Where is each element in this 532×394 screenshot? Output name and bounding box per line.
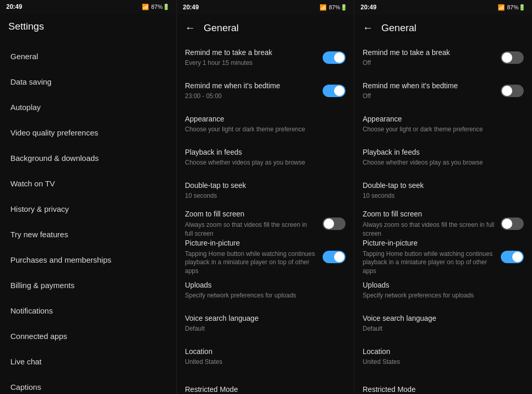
remind-break-mid[interactable]: Remind me to take a break Every 1 hour 1… — [177, 41, 354, 74]
location-mid[interactable]: Location United States — [177, 340, 354, 373]
voice-search-mid[interactable]: Voice search language Default — [177, 307, 354, 340]
zoom-fill-toggle-mid[interactable] — [323, 218, 345, 230]
sidebar-item-video-quality[interactable]: Video quality preferences — [0, 120, 176, 145]
general-title-mid: General — [204, 22, 239, 34]
general-panel-middle: 20:49 📶 87%🔋 ← General Remind me to take… — [177, 0, 354, 394]
status-bar-left: 20:49 📶 87%🔋 — [0, 0, 176, 13]
restricted-mode-right[interactable]: Restricted Mode — [354, 373, 532, 394]
status-bar-mid: 20:49 📶 87%🔋 — [177, 0, 354, 15]
playback-feeds-right[interactable]: Playback in feeds Choose whether videos … — [354, 141, 532, 174]
remind-bedtime-mid[interactable]: Remind me when it's bedtime 23:00 - 05:0… — [177, 74, 354, 107]
sidebar-item-try-features[interactable]: Try new features — [0, 222, 176, 247]
battery-icon: 87%🔋 — [151, 4, 170, 10]
sidebar-item-general[interactable]: General — [0, 44, 176, 69]
sidebar-item-history[interactable]: History & privacy — [0, 196, 176, 222]
remind-bedtime-toggle-right[interactable] — [501, 85, 524, 97]
wifi-icon-mid: 📶 — [320, 4, 327, 11]
sidebar-item-live-chat[interactable]: Live chat — [0, 349, 176, 374]
location-right[interactable]: Location United States — [354, 340, 532, 373]
general-list-right: Remind me to take a break Off Remind me … — [354, 41, 532, 394]
uploads-right[interactable]: Uploads Specify network preferences for … — [354, 274, 532, 307]
voice-search-right[interactable]: Voice search language Default — [354, 307, 532, 340]
double-tap-right[interactable]: Double-tap to seek 10 seconds — [354, 174, 532, 207]
status-bar-right: 20:49 📶 87%🔋 — [354, 0, 532, 15]
remind-bedtime-right[interactable]: Remind me when it's bedtime Off — [354, 74, 532, 107]
general-title-right: General — [381, 22, 417, 34]
status-icons-mid: 📶 87%🔋 — [320, 4, 348, 11]
time-left: 20:49 — [6, 3, 22, 10]
sidebar-item-billing[interactable]: Billing & payments — [0, 273, 176, 298]
general-header-right: ← General — [354, 15, 532, 41]
restricted-mode-mid[interactable]: Restricted Mode — [177, 373, 354, 394]
playback-feeds-mid[interactable]: Playback in feeds Choose whether videos … — [177, 141, 354, 174]
zoom-fill-right[interactable]: Zoom to fill screen Always zoom so that … — [354, 207, 532, 240]
pip-right[interactable]: Picture-in-picture Tapping Home button w… — [354, 240, 532, 274]
sidebar-item-connected-apps[interactable]: Connected apps — [0, 323, 176, 349]
wifi-icon: 📶 — [142, 4, 149, 10]
sidebar-item-purchases[interactable]: Purchases and memberships — [0, 247, 176, 273]
battery-icon-right: 87%🔋 — [507, 4, 526, 11]
time-right: 20:49 — [361, 4, 377, 11]
settings-title: Settings — [8, 21, 44, 32]
settings-header: Settings — [0, 13, 176, 39]
sidebar-item-captions[interactable]: Captions — [0, 374, 176, 394]
status-icons-right: 📶 87%🔋 — [498, 4, 526, 11]
back-arrow-mid[interactable]: ← — [185, 22, 195, 34]
zoom-fill-toggle-right[interactable] — [501, 218, 524, 230]
sidebar-item-background[interactable]: Background & downloads — [0, 145, 176, 171]
remind-break-right[interactable]: Remind me to take a break Off — [354, 41, 532, 74]
zoom-fill-mid[interactable]: Zoom to fill screen Always zoom so that … — [177, 207, 354, 240]
pip-toggle-right[interactable] — [501, 251, 524, 263]
time-mid: 20:49 — [183, 4, 199, 11]
general-panel-right: 20:49 📶 87%🔋 ← General Remind me to take… — [354, 0, 532, 394]
sidebar-item-data-saving[interactable]: Data saving — [0, 69, 176, 94]
double-tap-mid[interactable]: Double-tap to seek 10 seconds — [177, 174, 354, 207]
pip-mid[interactable]: Picture-in-picture Tapping Home button w… — [177, 240, 354, 274]
pip-toggle-mid[interactable] — [323, 251, 345, 263]
settings-panel: 20:49 📶 87%🔋 Settings General Data savin… — [0, 0, 177, 394]
settings-list: General Data saving Autoplay Video quali… — [0, 39, 176, 394]
wifi-icon-right: 📶 — [498, 4, 505, 11]
battery-icon-mid: 87%🔋 — [329, 4, 348, 11]
appearance-mid[interactable]: Appearance Choose your light or dark the… — [177, 107, 354, 141]
remind-break-toggle-right[interactable] — [501, 51, 524, 64]
sidebar-item-watch-tv[interactable]: Watch on TV — [0, 171, 176, 196]
general-header-mid: ← General — [177, 15, 354, 41]
general-list-mid: Remind me to take a break Every 1 hour 1… — [177, 41, 354, 394]
status-icons-left: 📶 87%🔋 — [142, 4, 170, 10]
sidebar-item-autoplay[interactable]: Autoplay — [0, 94, 176, 120]
sidebar-item-notifications[interactable]: Notifications — [0, 298, 176, 323]
remind-break-toggle-mid[interactable] — [323, 51, 345, 64]
uploads-mid[interactable]: Uploads Specify network preferences for … — [177, 274, 354, 307]
remind-bedtime-toggle-mid[interactable] — [323, 85, 345, 97]
appearance-right[interactable]: Appearance Choose your light or dark the… — [354, 107, 532, 141]
back-arrow-right[interactable]: ← — [363, 22, 373, 34]
